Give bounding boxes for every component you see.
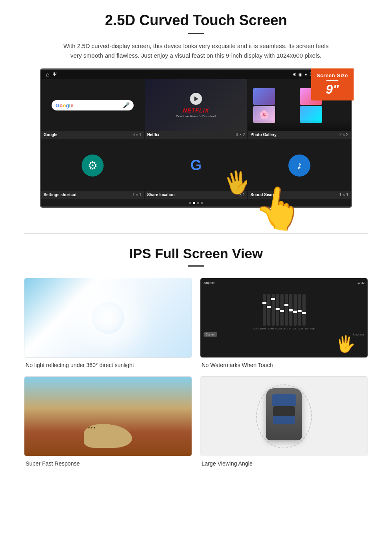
gallery-shadow-overlay <box>248 119 351 131</box>
amp-thumb-10 <box>302 312 306 314</box>
gallery-label-row: Photo Gallery 2 × 2 <box>248 131 351 139</box>
amp-thumb-1 <box>262 302 266 304</box>
feature-image-amplifier: Amplifier 17:33 <box>200 278 368 358</box>
feature-caption-cheetah: Super Fast Response <box>24 460 192 467</box>
app-cell-settings[interactable]: ⚙ Settings shortcut 1 × 1 <box>41 139 144 199</box>
settings-label-row: Settings shortcut 1 × 1 <box>41 191 144 199</box>
curved-touch-screen-section: 2.5D Curved Touch Screen With 2.5D curve… <box>0 0 392 217</box>
amp-slider-9 <box>298 294 301 326</box>
amp-slider-1 <box>263 294 266 326</box>
netflix-play-button[interactable] <box>190 93 202 105</box>
google-label-row: Google 3 × 1 <box>41 131 144 139</box>
app-grid-row1: Google 🎤 Google 3 × 1 NETFLIX <box>41 79 351 139</box>
amp-label-10: SUB <box>310 327 314 330</box>
feature-caption-watermark: No Watermarks When Touch <box>200 362 368 368</box>
share-app-name: Share location <box>147 193 175 197</box>
amp-slider-2 <box>267 294 270 326</box>
title-underline <box>188 33 204 34</box>
amp-slider-7 <box>289 294 292 326</box>
car-visual <box>200 377 368 456</box>
car-windshield <box>272 394 296 406</box>
car-top-view <box>260 388 308 444</box>
netflix-grid-size: 3 × 2 <box>236 132 245 137</box>
sound-circle: ♪ <box>288 155 310 177</box>
cheetah-visual: ● ● ● <box>24 377 192 456</box>
car-rear-window <box>273 416 295 424</box>
google-cell-inner: Google 🎤 <box>41 79 144 131</box>
feature-image-car <box>200 376 368 456</box>
car-roof <box>273 406 295 416</box>
google-mic-icon[interactable]: 🎤 <box>123 102 130 108</box>
device-screen: ⌂ Ψ ✱ ◉ ▾ 15:06 ⊡ ◁) ⊠ □ <box>40 68 352 208</box>
home-icon: ⌂ <box>46 71 49 78</box>
music-note-icon: ♪ <box>297 159 302 172</box>
section1-title: 2.5D Curved Touch Screen <box>24 12 368 29</box>
settings-cell-inner: ⚙ <box>41 139 144 191</box>
badge-title: Screen Size <box>317 72 348 78</box>
car-body <box>266 388 302 440</box>
wifi-icon: ▾ <box>305 72 307 77</box>
section2-title: IPS Full Screen View <box>24 246 368 261</box>
ips-full-screen-section: IPS Full Screen View No light reflecting… <box>0 234 392 475</box>
device-wrapper: Screen Size 9" ⌂ Ψ ✱ ◉ ▾ 15:06 ⊡ ◁) ⊠ □ <box>40 68 352 208</box>
badge-line <box>326 80 338 81</box>
settings-icon-circle: ⚙ <box>82 155 104 177</box>
feature-item-sunlight: No light reflecting under 360° direct su… <box>24 278 192 368</box>
netflix-logo: NETFLIX <box>183 107 209 114</box>
sound-grid-size: 1 × 1 <box>339 193 348 197</box>
amplifier-visual: Amplifier 17:33 <box>200 278 368 357</box>
amp-slider-5 <box>280 294 284 326</box>
status-bar: ⌂ Ψ ✱ ◉ ▾ 15:06 ⊡ ◁) ⊠ □ <box>41 70 351 79</box>
cheetah-spots: ● ● ● <box>88 426 96 430</box>
feature-item-watermark: Amplifier 17:33 <box>200 278 368 368</box>
settings-gear-icon: ⚙ <box>88 159 98 172</box>
amp-slider-6 <box>285 294 288 326</box>
amp-label-7: 10k <box>292 327 296 330</box>
app-cell-google[interactable]: Google 🎤 Google 3 × 1 <box>41 79 144 139</box>
pagination-dot-3 <box>197 202 199 204</box>
amp-thumb-4 <box>276 308 280 310</box>
settings-grid-size: 1 × 1 <box>132 193 142 197</box>
amp-custom-button[interactable]: Custom <box>204 332 217 337</box>
netflix-label-row: Netflix 3 × 2 <box>145 131 248 139</box>
pagination-dot-4 <box>201 202 203 204</box>
netflix-cell-inner: NETFLIX Continue Marvel's Daredevil <box>145 79 248 131</box>
feature-image-cheetah: ● ● ● <box>24 376 192 456</box>
netflix-app-name: Netflix <box>147 132 160 137</box>
amp-label-5: 1k <box>283 327 286 330</box>
feature-caption-car: Large Viewing Angle <box>200 460 368 467</box>
google-search-bar[interactable]: Google 🎤 <box>52 100 134 110</box>
location-icon: ◉ <box>298 72 302 77</box>
netflix-subtitle: Continue Marvel's Daredevil <box>176 114 216 118</box>
gallery-grid-size: 2 × 2 <box>339 132 348 137</box>
app-cell-share-location[interactable]: G 🖐 Share location 1 × 1 <box>145 139 248 199</box>
section2-title-underline <box>188 265 204 267</box>
amp-label-9: 15k <box>305 327 309 330</box>
amp-thumb-3 <box>271 298 275 300</box>
cheetah-shape: ● ● ● <box>84 424 132 448</box>
amp-label-1: 60hz <box>253 327 258 330</box>
section1-description: With 2.5D curved-display screen, this de… <box>60 41 332 60</box>
amp-hand-icon: 🖐 <box>336 335 356 353</box>
screen-size-badge: Screen Size 9" <box>311 68 354 100</box>
amp-sliders <box>204 286 364 326</box>
settings-app-name: Settings shortcut <box>44 193 76 197</box>
amp-time: 17:33 <box>357 281 364 284</box>
amp-label-6: 2.5k <box>287 327 291 330</box>
hand-overlay-icon: 🖐 <box>222 167 247 198</box>
amp-thumb-7 <box>289 309 293 311</box>
amp-labels: 60hz 100hz 200hz 500hz 1k 2.5k 10k 12.5k… <box>204 327 364 330</box>
amp-thumb-8 <box>293 311 297 313</box>
bluetooth-icon: ✱ <box>292 72 296 77</box>
amp-thumb-6 <box>284 304 288 306</box>
sunlight-glow <box>92 302 124 334</box>
google-app-name: Google <box>44 132 57 137</box>
amp-title: Amplifier <box>204 281 214 284</box>
feature-item-car: Large Viewing Angle <box>200 376 368 467</box>
amp-label-8: 12.5k <box>298 327 304 330</box>
share-cell-inner: G 🖐 <box>145 139 248 191</box>
google-grid-size: 3 × 1 <box>132 132 142 137</box>
pagination-dot-1 <box>189 202 191 204</box>
usb-icon: Ψ <box>52 72 56 77</box>
app-cell-netflix[interactable]: NETFLIX Continue Marvel's Daredevil Netf… <box>145 79 248 139</box>
